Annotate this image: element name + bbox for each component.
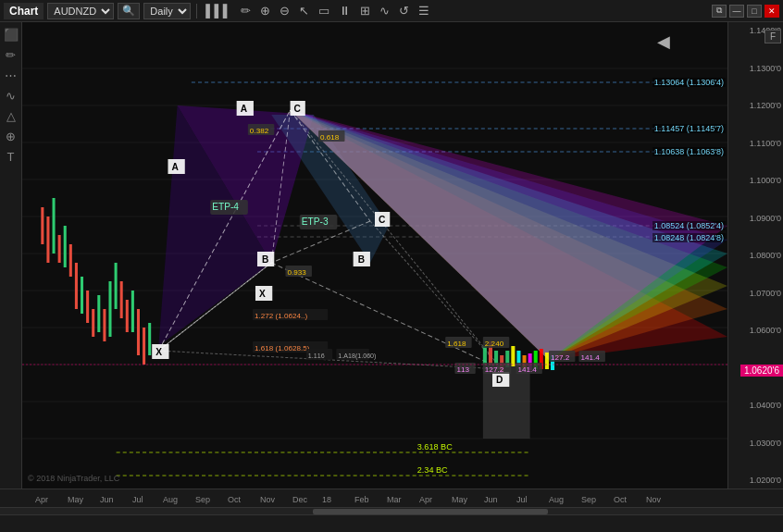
price-label-4: 1.08524 (1.0852'4) [652,221,726,230]
price-axis: 1.1400'0 1.1300'0 1.1200'0 1.1100'0 1.10… [727,22,783,489]
horizontal-scrollbar[interactable] [0,507,783,514]
svg-text:Jun: Jun [100,495,114,504]
svg-text:X: X [155,347,162,357]
cursor-icon[interactable]: ↖ [296,4,312,18]
maximize-btn[interactable]: □ [747,5,762,18]
time-axis-svg: Apr May Jun Jul Aug Sep Oct Nov Dec 18 F… [26,490,720,507]
pause-icon[interactable]: ⏸ [336,4,354,18]
main-area: ⬛ ✏ ⋯ ∿ △ ⊕ T [0,22,783,489]
svg-text:Jul: Jul [132,495,143,504]
search-button[interactable]: 🔍 [118,3,140,19]
svg-rect-43 [75,263,78,309]
left-tool-2[interactable]: ✏ [4,46,18,64]
left-toolbar: ⬛ ✏ ⋯ ∿ △ ⊕ T [0,22,22,489]
price-label-3: 1.10638 (1.1063'8) [652,147,726,156]
svg-text:X: X [259,289,266,299]
svg-text:Dec: Dec [292,495,308,504]
left-tool-6[interactable]: ⊕ [4,128,18,145]
timeframe-select[interactable]: Daily [143,3,191,19]
separator-1 [196,4,197,19]
svg-text:Aug: Aug [163,495,178,504]
svg-rect-40 [58,235,61,263]
svg-text:Sep: Sep [195,495,210,504]
svg-text:3.618 BC: 3.618 BC [417,442,454,452]
svg-rect-46 [92,309,94,337]
left-tool-7[interactable]: T [6,148,17,166]
svg-text:May: May [68,495,84,504]
svg-rect-59 [494,351,498,365]
collapse-button[interactable]: ◀ [657,31,670,52]
grid-icon[interactable]: ⊞ [357,4,373,18]
svg-rect-39 [53,198,56,254]
price-level-11: 1.0400'0 [730,401,781,410]
svg-rect-49 [108,281,111,337]
svg-rect-56 [148,323,151,355]
svg-text:0.382: 0.382 [250,127,269,135]
rect-icon[interactable]: ▭ [316,4,332,18]
current-price-badge: 1.0620'6 [740,365,783,377]
price-level-3: 1.1200'0 [730,101,781,110]
svg-text:141.4: 141.4 [581,353,601,362]
svg-rect-37 [41,207,44,244]
svg-text:0.933: 0.933 [288,268,307,277]
menu-icon[interactable]: ☰ [416,4,432,18]
svg-rect-52 [126,300,129,332]
svg-rect-55 [143,328,145,365]
svg-text:Apr: Apr [35,495,48,504]
zoom-out-icon[interactable]: ⊖ [277,4,292,18]
svg-text:Nov: Nov [646,495,662,504]
refresh-icon[interactable]: ↺ [396,4,412,18]
restore-btn[interactable]: ⧉ [712,5,727,18]
svg-text:C: C [379,215,385,225]
svg-text:ETP-3: ETP-3 [302,217,329,227]
svg-text:B: B [358,254,365,265]
bottom-bar [0,514,783,532]
scrollbar-thumb[interactable] [313,509,548,514]
svg-text:18: 18 [322,495,331,504]
svg-text:113: 113 [456,365,469,374]
svg-text:Jun: Jun [484,495,498,504]
price-level-7: 1.0800'0 [730,251,781,260]
price-level-2: 1.1300'0 [730,64,781,73]
svg-rect-47 [97,295,100,332]
f-button[interactable]: F [764,30,781,43]
svg-rect-53 [131,291,134,332]
price-label-1: 1.13064 (1.1306'4) [652,78,726,87]
top-bar: Chart AUDNZD 🔍 Daily ▌▌▌ ✏ ⊕ ⊖ ↖ ▭ ⏸ ⊞ ∿… [0,0,783,22]
price-level-8: 1.0700'0 [730,289,781,298]
svg-text:1.A18(1.060): 1.A18(1.060) [338,353,376,360]
svg-text:B: B [262,254,268,265]
minimize-btn[interactable]: — [729,5,744,18]
chart-area[interactable]: A C A C B B X X D E [22,22,727,489]
svg-rect-48 [103,309,106,341]
symbol-select[interactable]: AUDNZD [47,3,114,19]
bar-chart-icon[interactable]: ▌▌▌ [203,4,234,18]
left-tool-5[interactable]: △ [5,107,18,125]
price-level-5: 1.1000'0 [730,176,781,185]
svg-text:A: A [241,104,248,114]
svg-text:127.2: 127.2 [551,353,570,362]
svg-rect-62 [511,346,515,366]
svg-text:May: May [452,495,468,504]
svg-rect-41 [64,226,67,267]
svg-text:1.272 (1.0624..): 1.272 (1.0624..) [255,312,308,320]
left-tool-1[interactable]: ⬛ [2,26,20,43]
svg-text:D: D [496,375,503,385]
svg-rect-45 [86,291,89,323]
close-btn[interactable]: ✕ [764,5,779,18]
window-controls: ⧉ — □ ✕ [712,5,779,18]
svg-text:1.618 (1.0628.5): 1.618 (1.0628.5) [255,344,310,353]
svg-text:ETP-4: ETP-4 [212,202,239,212]
svg-text:2.34 BC: 2.34 BC [417,465,448,475]
pencil-icon[interactable]: ✏ [238,4,254,18]
svg-text:141.4: 141.4 [517,365,537,374]
left-tool-4[interactable]: ∿ [4,87,18,105]
zoom-in-icon[interactable]: ⊕ [257,4,273,18]
left-tool-3[interactable]: ⋯ [3,67,19,84]
svg-rect-44 [81,277,83,314]
wave-icon[interactable]: ∿ [377,4,392,18]
svg-text:2.240: 2.240 [485,340,504,348]
svg-text:Aug: Aug [549,495,564,504]
svg-rect-54 [137,309,140,355]
price-level-4: 1.1100'0 [730,139,781,148]
